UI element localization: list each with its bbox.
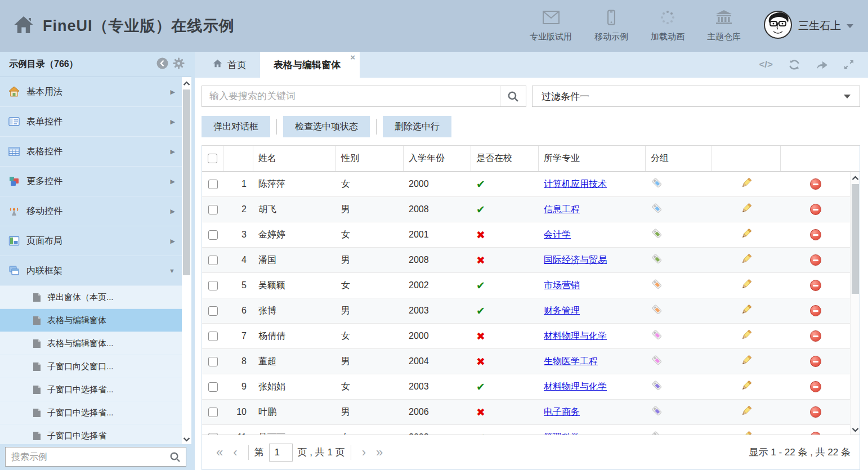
- refresh-icon[interactable]: [788, 59, 800, 70]
- row-checkbox[interactable]: [208, 256, 218, 265]
- share-icon[interactable]: [816, 60, 828, 70]
- open-dialog-button[interactable]: 弹出对话框: [202, 116, 270, 137]
- sidebar-subitem-grid-edit-window-2[interactable]: 表格与编辑窗体...: [0, 332, 182, 355]
- tag-icon[interactable]: [651, 202, 663, 217]
- row-checkbox[interactable]: [208, 180, 218, 189]
- row-checkbox[interactable]: [208, 205, 218, 214]
- prev-page-icon[interactable]: ‹: [233, 445, 237, 460]
- edit-pencil-icon[interactable]: [740, 303, 753, 318]
- tag-icon[interactable]: [651, 253, 663, 267]
- major-link[interactable]: 电子商务: [544, 406, 580, 418]
- major-link[interactable]: 市场营销: [544, 280, 580, 292]
- sidebar-item-basic-usage[interactable]: 基本用法 ▶: [0, 77, 182, 107]
- first-page-icon[interactable]: «: [216, 445, 223, 460]
- gear-icon[interactable]: [173, 57, 185, 71]
- major-link[interactable]: 会计学: [544, 229, 571, 241]
- edit-pencil-icon[interactable]: [740, 227, 753, 242]
- edit-pencil-icon[interactable]: [740, 177, 753, 191]
- edit-pencil-icon[interactable]: [740, 405, 753, 419]
- search-icon[interactable]: [500, 86, 526, 106]
- row-checkbox[interactable]: [208, 382, 218, 392]
- next-page-icon[interactable]: ›: [362, 445, 366, 460]
- sidebar-search-input[interactable]: [6, 452, 169, 462]
- delete-row-icon[interactable]: [810, 254, 821, 266]
- tab-grid-edit-window[interactable]: 表格与编辑窗体 ×: [260, 52, 360, 78]
- nav-loading-anim[interactable]: 加载动画: [651, 10, 684, 42]
- scroll-down-icon[interactable]: [183, 433, 190, 444]
- nav-pro-trial[interactable]: 专业版试用: [530, 10, 572, 42]
- col-atschool[interactable]: 是否在校: [471, 146, 539, 171]
- sidebar-subitem-grid-edit-window[interactable]: 表格与编辑窗体: [0, 309, 182, 332]
- major-link[interactable]: 国际经济与贸易: [544, 254, 607, 266]
- sidebar-item-page-layout[interactable]: 页面布局 ▶: [0, 226, 182, 256]
- delete-selected-button[interactable]: 删除选中行: [383, 116, 451, 137]
- major-link[interactable]: 信息工程: [544, 204, 580, 216]
- tag-icon[interactable]: [651, 177, 663, 191]
- tag-icon[interactable]: [651, 405, 663, 419]
- scroll-up-icon[interactable]: [852, 172, 859, 183]
- sidebar-item-iframe[interactable]: 内联框架 ▼: [0, 256, 182, 286]
- last-page-icon[interactable]: »: [376, 445, 383, 460]
- tag-icon[interactable]: [651, 354, 663, 369]
- row-checkbox[interactable]: [208, 408, 218, 417]
- sidebar-subitem-select-province-3[interactable]: 子窗口中选择省: [0, 424, 182, 444]
- major-link[interactable]: 计算机应用技术: [544, 178, 607, 190]
- delete-row-icon[interactable]: [810, 330, 821, 342]
- edit-pencil-icon[interactable]: [740, 379, 753, 394]
- view-source-icon[interactable]: </>: [759, 59, 773, 70]
- scrollbar-thumb[interactable]: [183, 89, 190, 275]
- sidebar-subitem-popup-window[interactable]: 弹出窗体（本页...: [0, 286, 182, 309]
- delete-row-icon[interactable]: [810, 305, 821, 316]
- col-major[interactable]: 所学专业: [539, 146, 646, 171]
- delete-row-icon[interactable]: [810, 229, 821, 240]
- major-link[interactable]: 材料物理与化学: [544, 330, 607, 342]
- major-link[interactable]: 财务管理: [544, 305, 580, 317]
- sidebar-item-grid-controls[interactable]: 表格控件 ▶: [0, 137, 182, 167]
- nav-mobile-demo[interactable]: 移动示例: [594, 10, 628, 42]
- sidebar-subitem-child-to-parent[interactable]: 子窗口向父窗口...: [0, 355, 182, 378]
- search-icon[interactable]: [169, 451, 181, 463]
- tag-icon[interactable]: [651, 278, 663, 293]
- nav-theme-store[interactable]: 主题仓库: [707, 10, 741, 42]
- major-link[interactable]: 材料物理与化学: [544, 381, 607, 393]
- check-selected-button[interactable]: 检查选中项状态: [283, 116, 370, 137]
- edit-pencil-icon[interactable]: [740, 430, 753, 435]
- select-all-checkbox[interactable]: [208, 154, 217, 163]
- row-checkbox[interactable]: [208, 281, 218, 290]
- delete-row-icon[interactable]: [810, 280, 821, 291]
- col-year[interactable]: 入学年份: [404, 146, 471, 171]
- edit-pencil-icon[interactable]: [740, 253, 753, 267]
- delete-row-icon[interactable]: [810, 204, 821, 215]
- row-checkbox[interactable]: [208, 306, 218, 316]
- sidebar-item-mobile-controls[interactable]: 移动控件 ▶: [0, 196, 182, 226]
- edit-pencil-icon[interactable]: [740, 278, 753, 293]
- edit-pencil-icon[interactable]: [740, 354, 753, 369]
- col-group[interactable]: 分组: [646, 146, 712, 171]
- col-gender[interactable]: 性别: [336, 146, 404, 171]
- row-checkbox[interactable]: [208, 357, 218, 366]
- close-icon[interactable]: ×: [350, 53, 355, 61]
- tab-home[interactable]: 首页: [199, 52, 260, 78]
- filter-dropdown[interactable]: 过滤条件一: [532, 86, 860, 107]
- delete-row-icon[interactable]: [810, 356, 821, 367]
- user-menu[interactable]: 三生石上: [763, 10, 853, 42]
- delete-row-icon[interactable]: [810, 406, 821, 418]
- tag-icon[interactable]: [651, 329, 663, 343]
- row-checkbox[interactable]: [208, 230, 218, 240]
- scroll-down-icon[interactable]: [852, 423, 859, 435]
- col-name[interactable]: 姓名: [253, 146, 336, 171]
- edit-pencil-icon[interactable]: [740, 329, 753, 343]
- sidebar-subitem-select-province-2[interactable]: 子窗口中选择省...: [0, 401, 182, 424]
- scroll-up-icon[interactable]: [183, 77, 190, 88]
- collapse-sidebar-icon[interactable]: [156, 57, 168, 71]
- delete-row-icon[interactable]: [810, 381, 821, 392]
- sidebar-subitem-select-province-1[interactable]: 子窗口中选择省...: [0, 378, 182, 401]
- delete-row-icon[interactable]: [810, 432, 821, 435]
- keyword-search-input[interactable]: [202, 86, 500, 106]
- page-number-input[interactable]: [269, 444, 293, 462]
- scrollbar-thumb[interactable]: [852, 184, 859, 294]
- edit-pencil-icon[interactable]: [740, 202, 753, 217]
- sidebar-item-form-controls[interactable]: 表单控件 ▶: [0, 107, 182, 137]
- row-checkbox[interactable]: [208, 332, 218, 341]
- delete-row-icon[interactable]: [810, 178, 821, 190]
